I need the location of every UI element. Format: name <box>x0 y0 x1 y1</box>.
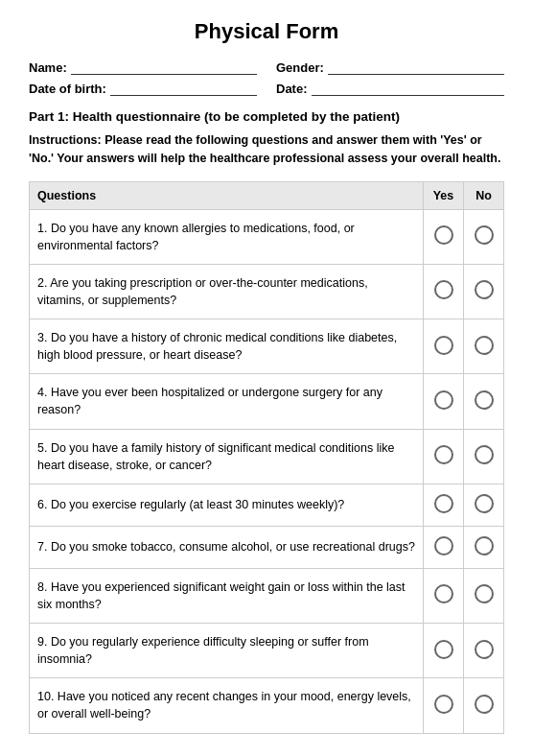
no-radio-cell[interactable] <box>464 429 504 484</box>
table-row: 4. Have you ever been hospitalized or un… <box>30 374 504 429</box>
question-cell: 3. Do you have a history of chronic medi… <box>30 319 424 374</box>
name-label: Name: <box>29 60 67 75</box>
yes-radio[interactable] <box>434 695 453 714</box>
yes-radio-cell[interactable] <box>424 568 464 623</box>
col-yes: Yes <box>424 181 464 209</box>
question-cell: 9. Do you regularly experience difficult… <box>30 624 424 678</box>
dob-label: Date of birth: <box>29 82 106 96</box>
table-row: 6. Do you exercise regularly (at least 3… <box>30 484 504 526</box>
table-row: 5. Do you have a family history of signi… <box>30 429 504 484</box>
gender-label: Gender: <box>276 60 324 75</box>
no-radio[interactable] <box>475 536 494 555</box>
question-cell: 7. Do you smoke tobacco, consume alcohol… <box>30 526 424 568</box>
no-radio-cell[interactable] <box>464 568 504 623</box>
no-radio-cell[interactable] <box>464 264 504 319</box>
gender-field[interactable] <box>328 59 504 75</box>
no-radio-cell[interactable] <box>464 526 504 568</box>
no-radio[interactable] <box>475 640 494 659</box>
no-radio[interactable] <box>475 584 494 603</box>
section1-title: Part 1: Health questionnaire (to be comp… <box>29 109 504 124</box>
table-row: 2. Are you taking prescription or over-t… <box>30 264 504 319</box>
yes-radio[interactable] <box>434 584 453 603</box>
no-radio[interactable] <box>475 280 494 299</box>
no-radio-cell[interactable] <box>464 374 504 429</box>
no-radio[interactable] <box>475 445 494 464</box>
table-row: 9. Do you regularly experience difficult… <box>30 624 504 678</box>
no-radio[interactable] <box>475 336 494 355</box>
table-row: 7. Do you smoke tobacco, consume alcohol… <box>30 526 504 568</box>
no-radio[interactable] <box>475 494 494 513</box>
question-cell: 8. Have you experienced significant weig… <box>30 568 424 623</box>
yes-radio-cell[interactable] <box>424 484 464 526</box>
no-radio[interactable] <box>475 695 494 714</box>
yes-radio[interactable] <box>434 225 453 245</box>
instructions: Instructions: Please read the following … <box>29 131 504 168</box>
health-questionnaire-table: Questions Yes No 1. Do you have any know… <box>29 181 504 734</box>
table-row: 1. Do you have any known allergies to me… <box>30 209 504 264</box>
date-label: Date: <box>276 82 308 96</box>
yes-radio[interactable] <box>434 390 453 410</box>
yes-radio[interactable] <box>434 640 453 659</box>
yes-radio[interactable] <box>434 536 453 555</box>
no-radio[interactable] <box>475 390 494 410</box>
no-radio-cell[interactable] <box>464 484 504 526</box>
page-title: Physical Form <box>29 19 504 44</box>
yes-radio[interactable] <box>434 336 453 355</box>
col-no: No <box>464 181 504 209</box>
no-radio-cell[interactable] <box>464 209 504 264</box>
yes-radio-cell[interactable] <box>424 429 464 484</box>
question-cell: 10. Have you noticed any recent changes … <box>30 678 424 733</box>
yes-radio-cell[interactable] <box>424 319 464 374</box>
table-row: 8. Have you experienced significant weig… <box>30 568 504 623</box>
dob-field[interactable] <box>110 81 257 96</box>
yes-radio[interactable] <box>434 445 453 464</box>
instructions-text: : Please read the following questions an… <box>29 133 500 165</box>
col-questions: Questions <box>30 181 424 209</box>
no-radio-cell[interactable] <box>464 624 504 678</box>
question-cell: 2. Are you taking prescription or over-t… <box>30 264 424 319</box>
yes-radio-cell[interactable] <box>424 374 464 429</box>
date-field[interactable] <box>312 81 504 96</box>
question-cell: 5. Do you have a family history of signi… <box>30 429 424 484</box>
yes-radio-cell[interactable] <box>424 624 464 678</box>
table-row: 10. Have you noticed any recent changes … <box>30 678 504 733</box>
instructions-label: Instructions <box>29 133 98 147</box>
no-radio[interactable] <box>475 225 494 245</box>
name-field[interactable] <box>71 59 257 75</box>
no-radio-cell[interactable] <box>464 678 504 733</box>
table-row: 3. Do you have a history of chronic medi… <box>30 319 504 374</box>
yes-radio[interactable] <box>434 280 453 299</box>
yes-radio-cell[interactable] <box>424 264 464 319</box>
yes-radio-cell[interactable] <box>424 678 464 733</box>
question-cell: 6. Do you exercise regularly (at least 3… <box>30 484 424 526</box>
yes-radio-cell[interactable] <box>424 526 464 568</box>
question-cell: 4. Have you ever been hospitalized or un… <box>30 374 424 429</box>
question-cell: 1. Do you have any known allergies to me… <box>30 209 424 264</box>
yes-radio-cell[interactable] <box>424 209 464 264</box>
yes-radio[interactable] <box>434 494 453 513</box>
no-radio-cell[interactable] <box>464 319 504 374</box>
